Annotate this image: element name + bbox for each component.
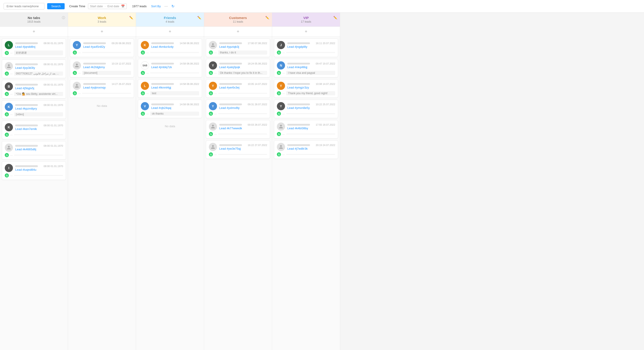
column-work: ✏️Work3 leads+Y09:26 08.08.2022Lead #ya4… <box>68 13 136 350</box>
cards-container-customers: 17:00 07.08.2022Lead #ypziqb3j···thanks,… <box>204 37 272 350</box>
whatsapp-icon <box>209 152 213 157</box>
lead-card[interactable]: 17:00 07.08.2022Lead #ypziqb3j···thanks,… <box>206 38 270 57</box>
whatsapp-icon <box>209 112 213 116</box>
add-lead-button[interactable]: + <box>272 27 340 37</box>
lead-card[interactable]: 16:22 27.07.2022Lead #yw3e75qj··· <box>206 140 270 159</box>
lead-card[interactable]: K08:00 01.01.1970Lead #kpzm8pry···[video… <box>2 100 66 119</box>
column-header-vip: ✏️VIP17 leads <box>272 13 340 27</box>
avatar: Y <box>209 102 217 110</box>
end-date-placeholder: End date <box>108 4 119 8</box>
whatsapp-icon <box>277 71 281 75</box>
lead-message <box>286 134 335 135</box>
lead-id: Lead #yqbnxmqy <box>83 86 131 89</box>
add-lead-button[interactable]: + <box>0 27 68 37</box>
lead-time: 08:00 01.01.1970 <box>44 42 63 45</box>
lead-card[interactable]: Y10:05 14.07.2022Lead #yer6x3ej··· <box>206 79 270 98</box>
date-range[interactable]: Start date - End date 📅 <box>88 3 127 9</box>
edit-icon[interactable]: ✏️ <box>197 16 201 19</box>
avatar: I <box>5 164 13 172</box>
lead-card[interactable]: L14:58 08.08.2022Lead #lknml4gj···test <box>138 79 202 98</box>
lead-card[interactable]: K14:58 08.08.2022Lead #kmbz4zdy··· <box>138 38 202 57</box>
lead-message: [video] <box>14 112 63 116</box>
msg-dots: ··· <box>282 133 285 136</box>
lead-card[interactable]: SAB14:58 08.08.2022Lead #jmblq7zk··· <box>138 59 202 77</box>
lead-time: 18:24 05.08.2022 <box>248 62 267 65</box>
lead-card[interactable]: Y10:08 14.07.2022Lead #ymgzr3zy···Thank … <box>274 79 338 98</box>
lead-time: 08:00 01.01.1970 <box>44 124 63 127</box>
lead-id: Lead #kmbz4zdy <box>151 45 199 48</box>
msg-dots: ··· <box>10 113 13 116</box>
calendar-icon[interactable]: 📅 <box>121 4 125 8</box>
lead-card[interactable]: B08:00 01.01.1970Lead #j5bglx5j···*Olá 💁… <box>2 80 66 98</box>
lead-card[interactable]: N09:47 19.07.2022Lead #nkq4l8qj···I have… <box>274 59 338 77</box>
search-input[interactable] <box>4 3 44 9</box>
add-lead-button[interactable]: + <box>136 27 204 37</box>
lead-time: 14:58 08.08.2022 <box>180 103 199 106</box>
lead-card[interactable]: 00:03 28.07.2022Lead #k77wwedk··· <box>206 120 270 139</box>
lead-id: Lead #iuqnd84u <box>15 168 63 171</box>
sort-by-button[interactable]: Sort By <box>151 4 161 8</box>
no-data-label: No data <box>70 100 134 112</box>
lead-time: 14:58 08.08.2022 <box>180 42 199 45</box>
lead-card[interactable]: 14:27 26.07.2022Lead #yqbnxmqy··· <box>70 79 134 98</box>
lead-name-blurred <box>83 63 106 64</box>
lead-card[interactable]: 10:19 12.07.2022Lead #k2ldgbmy···[docume… <box>70 59 134 77</box>
whatsapp-icon <box>277 112 281 116</box>
msg-dots: ··· <box>282 51 285 54</box>
avatar: L <box>141 82 149 90</box>
edit-icon[interactable]: ✏️ <box>265 16 269 19</box>
lead-card[interactable]: Y09:26 08.08.2022Lead #ya45n82y··· <box>70 38 134 57</box>
whatsapp-icon <box>277 152 281 157</box>
more-options-icon[interactable]: ··· <box>164 4 168 8</box>
lead-message <box>218 113 267 114</box>
lead-card[interactable]: Y18:24 05.08.2022Lead #yalq3pqk···Ok tha… <box>206 59 270 77</box>
lead-card[interactable]: V14:58 08.08.2022Lead #vjb24qaj···ok tha… <box>138 100 202 118</box>
column-leads-count: 1915 leads <box>27 20 40 23</box>
lead-card[interactable]: Y10:22 25.07.2022Lead #ymvn8e5y··· <box>274 100 338 118</box>
avatar <box>277 143 285 151</box>
add-lead-button[interactable]: + <box>68 27 136 37</box>
lead-message: 09377636127 حساب بعد از مراحل قانونی <box>14 72 63 76</box>
edit-icon[interactable]: ✏️ <box>129 16 133 19</box>
lead-card[interactable]: 17:55 18.07.2022Lead #k4bl38by··· <box>274 120 338 139</box>
search-button[interactable]: Search <box>47 3 65 9</box>
column-title: VIP <box>303 16 308 20</box>
msg-dots: ··· <box>10 51 13 55</box>
lead-name-blurred <box>219 124 242 126</box>
avatar: V <box>141 102 149 110</box>
lead-card[interactable]: 20:19 24.07.2022Lead #j7ed8r3k··· <box>274 140 338 159</box>
avatar: Y <box>277 82 285 90</box>
lead-message <box>14 155 63 156</box>
add-lead-button[interactable]: + <box>204 27 272 37</box>
refresh-icon[interactable]: ↻ <box>172 4 174 8</box>
lead-card[interactable]: Y09:31 28.07.2022Lead #yxlmv8ly··· <box>206 100 270 118</box>
avatar: K <box>5 103 13 111</box>
lead-card[interactable]: K08:00 01.01.1970Lead #ken7emlk··· <box>2 121 66 139</box>
lead-time: 10:05 14.07.2022 <box>248 83 267 85</box>
lead-card[interactable]: 08:00 01.01.1970Lead #k4665d6j··· <box>2 141 66 160</box>
column-header-customers: ✏️Customers11 leads <box>204 13 272 27</box>
lead-card[interactable]: 08:00 01.01.1970Lead #jzp3d3ly···0937763… <box>2 60 66 78</box>
lead-id: Lead #ymgzr3zy <box>287 86 335 89</box>
whatsapp-icon <box>141 50 145 55</box>
avatar: Y <box>277 102 285 110</box>
avatar: N <box>277 61 285 69</box>
whatsapp-icon <box>5 112 9 116</box>
lead-id: Lead #jqndd8nj <box>15 45 63 48</box>
lead-card[interactable]: L08:00 01.01.1970Lead #jqndd8nj···好的谢谢 <box>2 38 66 58</box>
lead-message <box>218 134 267 135</box>
lead-name-blurred <box>15 145 38 147</box>
avatar <box>277 123 285 131</box>
lead-card[interactable]: I08:00 01.01.1970Lead #iuqnd84u··· <box>2 162 66 180</box>
msg-dots: ··· <box>282 71 285 75</box>
edit-icon[interactable]: ✏️ <box>333 16 337 19</box>
lead-id: Lead #vjb24qaj <box>151 106 199 110</box>
lead-time: 09:26 08.08.2022 <box>112 42 131 45</box>
column-customers: ✏️Customers11 leads+17:00 07.08.2022Lead… <box>204 13 272 350</box>
avatar <box>5 62 13 70</box>
msg-dots: ··· <box>214 71 217 75</box>
info-icon[interactable]: ⓘ <box>62 16 65 20</box>
column-vip: ✏️VIP17 leads+J16:11 20.07.2022Lead #jng… <box>272 13 340 350</box>
avatar: J <box>277 41 285 49</box>
lead-card[interactable]: J16:11 20.07.2022Lead #jngdpl8y··· <box>274 38 338 57</box>
